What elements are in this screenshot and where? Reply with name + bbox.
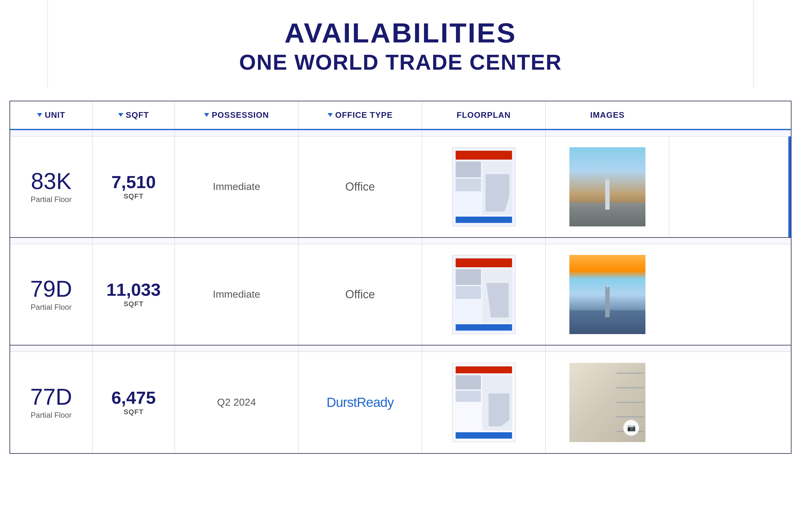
office-type-cell: Office — [298, 136, 422, 237]
wtc-tower — [605, 179, 610, 210]
floorplan-thumbnail — [452, 363, 516, 442]
possession-cell: Immediate — [175, 244, 298, 345]
sep-cell — [175, 130, 298, 136]
table-row[interactable]: 77D Partial Floor 6,475 SQFT Q2 2024 Dur… — [10, 352, 791, 453]
sep-cell — [422, 345, 546, 352]
possession-value: Immediate — [213, 288, 260, 300]
sort-arrow-sqft — [118, 113, 123, 117]
fp-header-bar — [455, 366, 512, 373]
sep-cell — [546, 345, 669, 352]
unit-sublabel: Partial Floor — [31, 195, 72, 204]
sqft-unit: SQFT — [124, 300, 144, 308]
availabilities-table: UNIT SQFT POSSESSION OFFICE TYPE FLOORPL… — [10, 101, 791, 454]
sqft-value: 11,033 — [107, 281, 161, 299]
fp-img-mid — [455, 391, 481, 402]
fp-right — [482, 375, 512, 430]
col-office-type[interactable]: OFFICE TYPE — [298, 101, 422, 129]
table-row[interactable]: 83K Partial Floor 7,510 SQFT Immediate O… — [10, 136, 791, 238]
image-thumbnail — [570, 255, 646, 334]
office-type-cell: Office — [298, 244, 422, 345]
sep-cell — [93, 238, 175, 244]
sqft-cell: 11,033 SQFT — [93, 244, 175, 345]
images-cell[interactable] — [546, 136, 669, 237]
table-header: UNIT SQFT POSSESSION OFFICE TYPE FLOORPL… — [10, 101, 791, 130]
unit-cell: 77D Partial Floor — [10, 352, 93, 453]
fp-img-top — [455, 375, 481, 390]
row-separator-1 — [10, 130, 791, 136]
sep-cell — [93, 130, 175, 136]
page-subtitle: ONE WORLD TRADE CENTER — [13, 50, 788, 75]
sep-cell — [175, 238, 298, 244]
possession-value: Q2 2024 — [217, 397, 256, 408]
skyline-image-1 — [570, 147, 646, 226]
sqft-unit: SQFT — [124, 192, 144, 201]
window-bar — [617, 416, 644, 417]
office-type-cell: DurstReady — [298, 352, 422, 453]
possession-cell: Immediate — [175, 136, 298, 237]
floorplan-thumbnail — [452, 147, 516, 226]
office-type-value: Office — [346, 180, 375, 193]
sep-cell — [175, 345, 298, 352]
image-thumbnail — [570, 147, 646, 226]
sqft-unit: SQFT — [124, 408, 144, 416]
fp-img-mid — [455, 178, 481, 191]
fp-footer-bar — [455, 324, 512, 330]
floorplan-inner — [452, 148, 515, 226]
col-sqft[interactable]: SQFT — [93, 101, 175, 129]
fp-header-bar — [455, 259, 512, 267]
sep-cell — [298, 130, 422, 136]
fp-footer-bar — [455, 432, 512, 439]
unit-sublabel: Partial Floor — [31, 411, 72, 420]
window-bar — [617, 387, 644, 388]
sep-cell — [546, 130, 669, 136]
image-thumbnail: 📷 — [570, 363, 646, 442]
unit-sublabel: Partial Floor — [31, 303, 72, 311]
fp-content — [455, 375, 512, 430]
page-wrapper: AVAILABILITIES ONE WORLD TRADE CENTER UN… — [0, 0, 801, 454]
col-images: IMAGES — [546, 101, 669, 129]
fp-left — [455, 269, 481, 322]
window-bar — [617, 402, 644, 403]
skyline-image-2 — [570, 255, 646, 334]
sort-arrow-possession — [204, 113, 209, 117]
images-cell[interactable] — [546, 244, 669, 345]
fp-right — [482, 269, 512, 322]
sort-arrow-office-type — [328, 113, 333, 117]
row-separator-2 — [10, 238, 791, 244]
fp-left — [455, 162, 481, 215]
sep-cell — [546, 238, 669, 244]
col-possession[interactable]: POSSESSION — [175, 101, 298, 129]
possession-value: Immediate — [213, 181, 260, 192]
fp-img-mid — [455, 286, 481, 299]
floorplan-cell[interactable] — [422, 244, 546, 345]
fp-footer-bar — [455, 216, 512, 223]
table-row[interactable]: 79D Partial Floor 11,033 SQFT Immediate … — [10, 244, 791, 345]
fp-right — [482, 162, 512, 215]
unit-number: 79D — [30, 278, 72, 300]
images-cell[interactable]: 📷 — [546, 352, 669, 453]
sep-cell — [10, 130, 93, 136]
unit-cell: 79D Partial Floor — [10, 244, 93, 345]
office-type-value: Office — [346, 288, 375, 301]
fp-content — [455, 162, 512, 215]
floorplan-thumbnail — [452, 255, 516, 334]
sep-cell — [10, 238, 93, 244]
sep-cell — [422, 130, 546, 136]
interior-image: 📷 — [570, 363, 646, 442]
floorplan-cell[interactable] — [422, 352, 546, 453]
col-floorplan: FLOORPLAN — [422, 101, 546, 129]
fp-floor-shape-3 — [489, 393, 509, 426]
durst-ready-logo: DurstReady — [327, 395, 394, 410]
fp-header-bar — [455, 151, 512, 159]
floorplan-cell[interactable] — [422, 136, 546, 237]
scroll-indicator[interactable] — [788, 136, 791, 237]
wtc-tower — [605, 287, 610, 317]
possession-cell: Q2 2024 — [175, 352, 298, 453]
sep-cell — [298, 238, 422, 244]
page-title: AVAILABILITIES — [13, 19, 788, 47]
sep-cell — [422, 238, 546, 244]
building-silhouettes — [570, 279, 646, 334]
col-unit[interactable]: UNIT — [10, 101, 93, 129]
camera-icon[interactable]: 📷 — [623, 420, 639, 436]
building-silhouettes — [570, 171, 646, 226]
